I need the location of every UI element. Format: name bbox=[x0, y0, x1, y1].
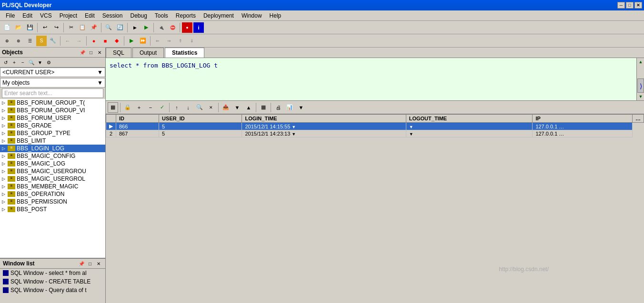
panel-float-icon[interactable]: □ bbox=[87, 49, 95, 56]
open-btn[interactable]: 📂 bbox=[13, 22, 24, 33]
window-list-item-1[interactable]: SQL Window - CREATE TABLE bbox=[0, 277, 105, 286]
chart-btn[interactable]: 📊 bbox=[284, 102, 295, 113]
sql-editor-scrollbar[interactable]: ▲ ⟩ ▼ bbox=[636, 58, 644, 100]
settings-icon[interactable]: ⚙ bbox=[45, 59, 52, 66]
grid-view-btn[interactable]: ▦ bbox=[108, 102, 118, 113]
tree-item-3[interactable]: ▷ ≡ BBS_GRADE bbox=[0, 122, 105, 129]
tree-item-11[interactable]: ▷ ≡ BBS_MEMBER_MAGIC bbox=[0, 183, 105, 190]
grid-toggle-btn[interactable]: ▦ bbox=[258, 102, 269, 113]
table-row-2[interactable]: 2 867 5 2015/12/1 14:23:13 ▼ ▼ 127.0.0.1… bbox=[106, 130, 644, 137]
tree-item-2[interactable]: ▷ ≡ BBS_FORUM_USER bbox=[0, 114, 105, 122]
toolbar2-btn3[interactable]: ☰ bbox=[25, 36, 35, 46]
panel-close-icon[interactable]: ✕ bbox=[96, 49, 103, 56]
sql-editor[interactable]: select * from BBS_LOGIN_LOG t ▲ ⟩ ▼ bbox=[106, 58, 644, 101]
my-objects-dropdown[interactable]: My objects ▼ bbox=[0, 78, 105, 88]
menu-project[interactable]: Project bbox=[56, 11, 81, 20]
tree-item-7[interactable]: ▷ ≡ BBS_MAGIC_CONFIG bbox=[0, 152, 105, 160]
window-list-close-icon[interactable]: ✕ bbox=[95, 260, 102, 267]
search-input[interactable]: Enter search text... bbox=[2, 88, 103, 98]
toolbar2-btn6[interactable]: ← bbox=[62, 36, 73, 46]
col-header-userid[interactable]: USER_ID bbox=[159, 115, 242, 123]
toolbar2-btn4[interactable]: S bbox=[36, 36, 47, 46]
col-header-logouttime[interactable]: LOGOUT_TIME bbox=[406, 115, 533, 123]
filter-up-btn[interactable]: ▲ bbox=[243, 102, 254, 113]
toolbar2-btn7[interactable]: → bbox=[74, 36, 84, 46]
clear-btn[interactable]: ✕ bbox=[206, 102, 216, 113]
tree-item-9[interactable]: ▷ ≡ BBS_MAGIC_USERGROU bbox=[0, 167, 105, 175]
table-row-1[interactable]: ▶ 866 5 2015/12/1 14:15:55 ▼ ▼ 127.0.0.1… bbox=[106, 123, 644, 130]
run-btn[interactable]: ▶ bbox=[141, 22, 151, 33]
tree-item-1[interactable]: ▷ ≡ BBS_FORUM_GROUP_VI bbox=[0, 107, 105, 114]
refresh-icon[interactable]: ↺ bbox=[2, 59, 10, 66]
toolbar2-btn10[interactable]: ◆ bbox=[111, 36, 122, 46]
add-row-btn[interactable]: + bbox=[134, 102, 144, 113]
col-header-id[interactable]: ID bbox=[116, 115, 159, 123]
col-header-logintime[interactable]: LOGIN_TIME bbox=[242, 115, 406, 123]
chart-dropdown-btn[interactable]: ▼ bbox=[296, 102, 306, 113]
collapse-icon[interactable]: − bbox=[19, 59, 27, 66]
toolbar2-btn2[interactable]: ⊗ bbox=[13, 36, 24, 46]
window-list-float-icon[interactable]: □ bbox=[86, 260, 94, 267]
tab-statistics[interactable]: Statistics bbox=[165, 48, 204, 58]
menu-window[interactable]: Window bbox=[238, 11, 266, 20]
disconnect-btn[interactable]: ⛔ bbox=[167, 22, 178, 33]
tree-item-10[interactable]: ▷ ≡ BBS_MAGIC_USERGROL bbox=[0, 175, 105, 183]
menu-tools[interactable]: Tools bbox=[151, 11, 172, 20]
find-grid-btn[interactable]: 🔍 bbox=[194, 102, 205, 113]
toolbar2-btn9[interactable]: ■ bbox=[100, 36, 111, 46]
save-btn[interactable]: 💾 bbox=[25, 22, 35, 33]
replace-btn[interactable]: 🔄 bbox=[115, 22, 125, 33]
tree-item-14[interactable]: ▷ ≡ BBS_POST bbox=[0, 205, 105, 213]
window-list-pin-icon[interactable]: 📌 bbox=[78, 260, 85, 267]
sort-asc-btn[interactable]: ↑ bbox=[171, 102, 182, 113]
tree-item-6[interactable]: ▷ ≡ BBS_LOGIN_LOG bbox=[0, 145, 105, 152]
tree-item-0[interactable]: ▷ ≡ BBS_FORUM_GROUP_T( bbox=[0, 99, 105, 107]
tab-sql[interactable]: SQL bbox=[106, 48, 131, 58]
find-btn[interactable]: 🔍 bbox=[103, 22, 114, 33]
menu-debug[interactable]: Debug bbox=[126, 11, 151, 20]
minimize-button[interactable]: ─ bbox=[617, 2, 625, 9]
sort-desc-btn[interactable]: ↓ bbox=[183, 102, 193, 113]
tree-item-13[interactable]: ▷ ≡ BBS_PERMISSION bbox=[0, 198, 105, 205]
scroll-up-arrow-icon[interactable]: ▲ bbox=[637, 58, 644, 66]
menu-reports[interactable]: Reports bbox=[172, 11, 200, 20]
col-header-ip[interactable]: IP bbox=[533, 115, 633, 123]
toolbar2-btn12[interactable]: ⏩ bbox=[138, 36, 148, 46]
cut-btn[interactable]: ✂ bbox=[66, 22, 76, 33]
debug-btn[interactable]: ● bbox=[182, 22, 192, 33]
scroll-down-arrow-icon[interactable]: ▼ bbox=[637, 93, 644, 100]
menu-edit2[interactable]: Edit bbox=[81, 11, 99, 20]
close-button[interactable]: ✕ bbox=[634, 2, 642, 9]
maximize-button[interactable]: □ bbox=[626, 2, 634, 9]
filter-down-btn[interactable]: ▼ bbox=[232, 102, 242, 113]
window-list-item-0[interactable]: SQL Window - select * from al bbox=[0, 269, 105, 277]
lock-icon[interactable]: 🔒 bbox=[122, 102, 133, 113]
expand-icon[interactable]: + bbox=[10, 59, 18, 66]
tree-item-5[interactable]: ▷ ≡ BBS_LIMIT bbox=[0, 137, 105, 145]
window-list-item-2[interactable]: SQL Window - Query data of t bbox=[0, 286, 105, 294]
tree-item-4[interactable]: ▷ ≡ BBS_GROUP_TYPE bbox=[0, 129, 105, 137]
print-btn[interactable]: 🖨 bbox=[273, 102, 283, 113]
undo-btn[interactable]: ↩ bbox=[40, 22, 50, 33]
toolbar2-btn13[interactable]: ⇐ bbox=[152, 36, 163, 46]
toolbar2-btn11[interactable]: ▶ bbox=[126, 36, 137, 46]
redo-btn[interactable]: ↪ bbox=[51, 22, 61, 33]
filter-icon[interactable]: ▼ bbox=[36, 59, 44, 66]
export-btn[interactable]: 📤 bbox=[221, 102, 231, 113]
toolbar2-btn16[interactable]: ⇓ bbox=[187, 36, 197, 46]
check-btn[interactable]: ✓ bbox=[157, 102, 167, 113]
toolbar2-btn8[interactable]: ● bbox=[89, 36, 99, 46]
menu-edit[interactable]: Edit bbox=[19, 11, 36, 20]
panel-pin-icon[interactable]: 📌 bbox=[79, 49, 86, 56]
connect-btn[interactable]: 🔌 bbox=[156, 22, 166, 33]
tree-item-12[interactable]: ▷ ≡ BBS_OPERATION bbox=[0, 190, 105, 198]
toolbar2-btn5[interactable]: 🔧 bbox=[48, 36, 58, 46]
toolbar2-btn1[interactable]: ⊕ bbox=[2, 36, 12, 46]
del-row-btn[interactable]: − bbox=[145, 102, 156, 113]
paste-btn[interactable]: 📌 bbox=[89, 22, 99, 33]
menu-vcs[interactable]: VCS bbox=[36, 11, 56, 20]
tab-output[interactable]: Output bbox=[132, 48, 164, 58]
compile-btn[interactable]: ▶ bbox=[130, 22, 140, 33]
menu-file[interactable]: File bbox=[2, 11, 19, 20]
toolbar2-btn15[interactable]: ⇑ bbox=[175, 36, 186, 46]
